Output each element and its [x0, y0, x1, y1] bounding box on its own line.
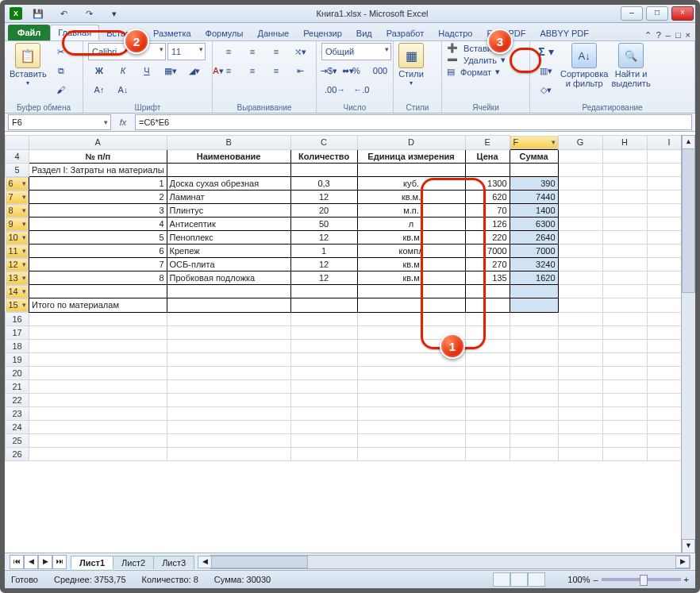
cell[interactable]: [602, 339, 647, 352]
underline-button[interactable]: Ч: [136, 62, 158, 79]
tab-file[interactable]: Файл: [8, 25, 50, 40]
row-header-10[interactable]: 10: [6, 231, 29, 245]
cell[interactable]: [602, 149, 647, 163]
cell[interactable]: [465, 393, 510, 406]
qat-redo-icon[interactable]: ↷: [78, 6, 100, 21]
cell[interactable]: [510, 163, 558, 176]
format-cells-button[interactable]: ▤ Формат ▾: [447, 67, 510, 77]
row-header-9[interactable]: 9: [6, 218, 29, 231]
row-header-21[interactable]: 21: [6, 379, 29, 393]
sheet-nav-last-icon[interactable]: ⏭: [52, 555, 67, 569]
scroll-down-icon[interactable]: ▼: [682, 539, 695, 553]
comma-icon[interactable]: 000: [369, 62, 391, 79]
row-header-22[interactable]: 22: [6, 393, 29, 406]
cell[interactable]: [510, 339, 558, 352]
decrease-decimal-icon[interactable]: ←.0: [350, 81, 372, 98]
cell[interactable]: [29, 312, 167, 325]
cell[interactable]: 20: [290, 204, 357, 218]
cell[interactable]: л: [357, 218, 465, 231]
select-all-corner[interactable]: [6, 136, 29, 150]
border-button[interactable]: ▦▾: [160, 62, 182, 79]
cell[interactable]: [29, 406, 167, 420]
cell[interactable]: [602, 433, 647, 447]
cell[interactable]: 6: [29, 245, 167, 258]
cell[interactable]: Количество: [290, 149, 357, 163]
col-header-A[interactable]: A: [29, 136, 167, 150]
cell[interactable]: Сумма: [510, 149, 558, 163]
cell[interactable]: [558, 312, 602, 325]
cell[interactable]: [167, 325, 290, 339]
cell[interactable]: [357, 163, 465, 176]
sheet-tab-3[interactable]: Лист3: [153, 556, 194, 569]
align-right-icon[interactable]: ≡: [265, 62, 287, 79]
cell[interactable]: [510, 406, 558, 420]
cell[interactable]: [465, 312, 510, 325]
align-top-icon[interactable]: ≡: [217, 43, 240, 60]
zoom-slider[interactable]: [602, 578, 681, 581]
cell[interactable]: [510, 379, 558, 393]
align-bottom-icon[interactable]: ≡: [265, 43, 287, 60]
cell[interactable]: [167, 406, 290, 420]
tab-layout[interactable]: Разметка: [146, 26, 198, 40]
cell[interactable]: [558, 433, 602, 447]
cell[interactable]: [357, 420, 465, 433]
cell[interactable]: ОСБ-плита: [167, 258, 290, 271]
cell[interactable]: Плинтус: [167, 204, 290, 218]
cell[interactable]: [465, 420, 510, 433]
cell[interactable]: [510, 312, 558, 325]
row-header-15[interactable]: 15: [6, 298, 29, 312]
styles-button[interactable]: ▦ Стили ▾: [398, 43, 424, 87]
cell[interactable]: 7000: [510, 245, 558, 258]
tab-formulas[interactable]: Формулы: [198, 26, 251, 40]
format-painter-icon[interactable]: 🖌: [50, 81, 72, 98]
cell[interactable]: [558, 379, 602, 393]
mdi-max-icon[interactable]: □: [675, 30, 681, 40]
cell[interactable]: Раздел I: Затраты на материалы: [29, 163, 167, 176]
font-size-select[interactable]: 11: [167, 43, 206, 60]
cell[interactable]: [602, 420, 647, 433]
cell[interactable]: [465, 285, 510, 298]
row-header-7[interactable]: 7: [6, 191, 29, 204]
cell[interactable]: [290, 339, 357, 352]
sheet-nav-next-icon[interactable]: ▶: [38, 555, 52, 569]
cell[interactable]: [558, 325, 602, 339]
scroll-thumb[interactable]: [682, 148, 695, 293]
cell[interactable]: [290, 447, 357, 460]
cell[interactable]: [357, 379, 465, 393]
scroll-up-icon[interactable]: ▲: [682, 135, 695, 149]
cell[interactable]: [357, 312, 465, 325]
delete-cells-button[interactable]: ➖ Удалить ▾: [447, 55, 510, 65]
cell[interactable]: [558, 447, 602, 460]
cell[interactable]: [290, 312, 357, 325]
cell[interactable]: [29, 379, 167, 393]
view-layout-icon[interactable]: [510, 572, 528, 587]
cell[interactable]: [602, 447, 647, 460]
cell[interactable]: [602, 218, 647, 231]
cell[interactable]: [290, 325, 357, 339]
sort-filter-button[interactable]: A↓ Сортировка и фильтр: [560, 43, 608, 88]
cell[interactable]: [558, 420, 602, 433]
cell[interactable]: 620: [465, 191, 510, 204]
cell[interactable]: [558, 176, 602, 191]
cell[interactable]: [510, 352, 558, 366]
bold-button[interactable]: Ж: [88, 62, 110, 79]
row-header-18[interactable]: 18: [6, 339, 29, 352]
cell[interactable]: [167, 393, 290, 406]
col-header-F[interactable]: F: [510, 136, 558, 149]
cell[interactable]: [558, 271, 602, 285]
row-header-20[interactable]: 20: [6, 366, 29, 379]
cell[interactable]: 2: [29, 191, 167, 204]
cell[interactable]: [167, 352, 290, 366]
cell[interactable]: [465, 339, 510, 352]
window-min-button[interactable]: –: [621, 6, 643, 21]
cell[interactable]: 1400: [510, 204, 558, 218]
decrease-indent-icon[interactable]: ⇤: [289, 62, 311, 79]
cell[interactable]: [465, 433, 510, 447]
cell[interactable]: [29, 420, 167, 433]
cell[interactable]: [290, 406, 357, 420]
cell[interactable]: [558, 218, 602, 231]
ribbon-minimize-icon[interactable]: ⌃: [644, 30, 652, 40]
cell[interactable]: [510, 285, 558, 298]
cell[interactable]: [602, 204, 647, 218]
currency-icon[interactable]: $▾: [321, 62, 344, 79]
